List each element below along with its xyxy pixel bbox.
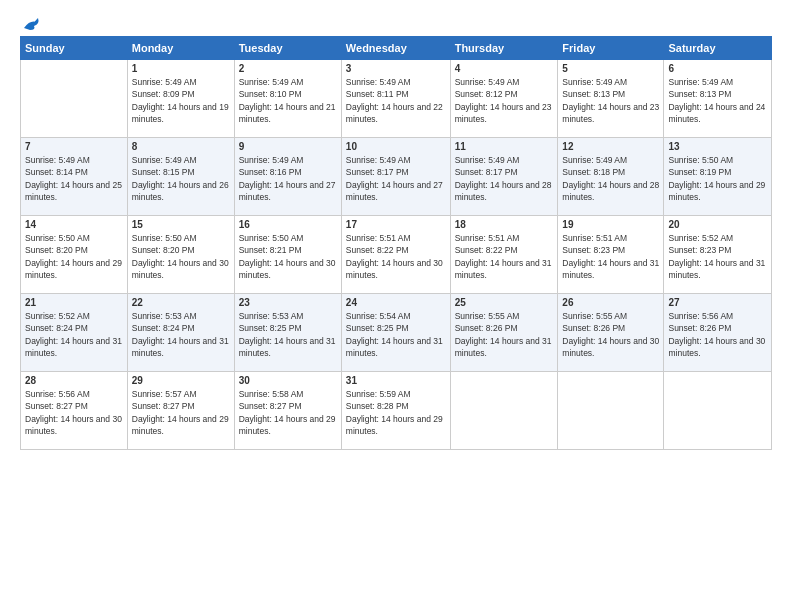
calendar-cell: 1Sunrise: 5:49 AM Sunset: 8:09 PM Daylig… (127, 60, 234, 138)
day-info: Sunrise: 5:56 AM Sunset: 8:26 PM Dayligh… (668, 310, 767, 359)
day-number: 10 (346, 141, 446, 152)
day-number: 14 (25, 219, 123, 230)
calendar-cell: 12Sunrise: 5:49 AM Sunset: 8:18 PM Dayli… (558, 138, 664, 216)
day-info: Sunrise: 5:50 AM Sunset: 8:20 PM Dayligh… (132, 232, 230, 281)
day-number: 3 (346, 63, 446, 74)
day-number: 16 (239, 219, 337, 230)
day-info: Sunrise: 5:50 AM Sunset: 8:21 PM Dayligh… (239, 232, 337, 281)
day-number: 27 (668, 297, 767, 308)
day-number: 20 (668, 219, 767, 230)
calendar-cell: 9Sunrise: 5:49 AM Sunset: 8:16 PM Daylig… (234, 138, 341, 216)
calendar-cell: 3Sunrise: 5:49 AM Sunset: 8:11 PM Daylig… (341, 60, 450, 138)
day-info: Sunrise: 5:52 AM Sunset: 8:23 PM Dayligh… (668, 232, 767, 281)
calendar-cell: 27Sunrise: 5:56 AM Sunset: 8:26 PM Dayli… (664, 294, 772, 372)
day-info: Sunrise: 5:53 AM Sunset: 8:24 PM Dayligh… (132, 310, 230, 359)
calendar-cell: 20Sunrise: 5:52 AM Sunset: 8:23 PM Dayli… (664, 216, 772, 294)
calendar-cell: 25Sunrise: 5:55 AM Sunset: 8:26 PM Dayli… (450, 294, 558, 372)
calendar-cell (664, 372, 772, 450)
day-number: 23 (239, 297, 337, 308)
day-number: 11 (455, 141, 554, 152)
calendar-cell: 2Sunrise: 5:49 AM Sunset: 8:10 PM Daylig… (234, 60, 341, 138)
calendar-cell: 7Sunrise: 5:49 AM Sunset: 8:14 PM Daylig… (21, 138, 128, 216)
day-number: 19 (562, 219, 659, 230)
day-info: Sunrise: 5:51 AM Sunset: 8:23 PM Dayligh… (562, 232, 659, 281)
header-tuesday: Tuesday (234, 37, 341, 60)
day-number: 25 (455, 297, 554, 308)
page-header (20, 16, 772, 28)
day-number: 31 (346, 375, 446, 386)
day-info: Sunrise: 5:53 AM Sunset: 8:25 PM Dayligh… (239, 310, 337, 359)
calendar-cell (21, 60, 128, 138)
day-number: 18 (455, 219, 554, 230)
calendar-cell: 29Sunrise: 5:57 AM Sunset: 8:27 PM Dayli… (127, 372, 234, 450)
day-number: 9 (239, 141, 337, 152)
day-number: 12 (562, 141, 659, 152)
day-info: Sunrise: 5:49 AM Sunset: 8:12 PM Dayligh… (455, 76, 554, 125)
day-number: 24 (346, 297, 446, 308)
day-number: 29 (132, 375, 230, 386)
calendar-cell (558, 372, 664, 450)
day-number: 28 (25, 375, 123, 386)
day-info: Sunrise: 5:49 AM Sunset: 8:11 PM Dayligh… (346, 76, 446, 125)
header-monday: Monday (127, 37, 234, 60)
header-friday: Friday (558, 37, 664, 60)
calendar-cell: 13Sunrise: 5:50 AM Sunset: 8:19 PM Dayli… (664, 138, 772, 216)
day-number: 8 (132, 141, 230, 152)
calendar-cell: 8Sunrise: 5:49 AM Sunset: 8:15 PM Daylig… (127, 138, 234, 216)
calendar-cell: 28Sunrise: 5:56 AM Sunset: 8:27 PM Dayli… (21, 372, 128, 450)
calendar-cell: 23Sunrise: 5:53 AM Sunset: 8:25 PM Dayli… (234, 294, 341, 372)
week-row-1: 1Sunrise: 5:49 AM Sunset: 8:09 PM Daylig… (21, 60, 772, 138)
week-row-2: 7Sunrise: 5:49 AM Sunset: 8:14 PM Daylig… (21, 138, 772, 216)
calendar-cell: 4Sunrise: 5:49 AM Sunset: 8:12 PM Daylig… (450, 60, 558, 138)
day-info: Sunrise: 5:49 AM Sunset: 8:18 PM Dayligh… (562, 154, 659, 203)
calendar-cell: 14Sunrise: 5:50 AM Sunset: 8:20 PM Dayli… (21, 216, 128, 294)
calendar-cell: 11Sunrise: 5:49 AM Sunset: 8:17 PM Dayli… (450, 138, 558, 216)
calendar-table: SundayMondayTuesdayWednesdayThursdayFrid… (20, 36, 772, 450)
calendar-page: SundayMondayTuesdayWednesdayThursdayFrid… (0, 0, 792, 612)
day-info: Sunrise: 5:49 AM Sunset: 8:15 PM Dayligh… (132, 154, 230, 203)
day-info: Sunrise: 5:49 AM Sunset: 8:13 PM Dayligh… (562, 76, 659, 125)
day-number: 26 (562, 297, 659, 308)
calendar-cell: 5Sunrise: 5:49 AM Sunset: 8:13 PM Daylig… (558, 60, 664, 138)
calendar-cell: 31Sunrise: 5:59 AM Sunset: 8:28 PM Dayli… (341, 372, 450, 450)
day-info: Sunrise: 5:56 AM Sunset: 8:27 PM Dayligh… (25, 388, 123, 437)
day-info: Sunrise: 5:49 AM Sunset: 8:17 PM Dayligh… (346, 154, 446, 203)
day-info: Sunrise: 5:51 AM Sunset: 8:22 PM Dayligh… (455, 232, 554, 281)
calendar-cell (450, 372, 558, 450)
header-sunday: Sunday (21, 37, 128, 60)
header-row: SundayMondayTuesdayWednesdayThursdayFrid… (21, 37, 772, 60)
day-number: 6 (668, 63, 767, 74)
calendar-cell: 17Sunrise: 5:51 AM Sunset: 8:22 PM Dayli… (341, 216, 450, 294)
calendar-cell: 30Sunrise: 5:58 AM Sunset: 8:27 PM Dayli… (234, 372, 341, 450)
calendar-cell: 26Sunrise: 5:55 AM Sunset: 8:26 PM Dayli… (558, 294, 664, 372)
day-info: Sunrise: 5:49 AM Sunset: 8:14 PM Dayligh… (25, 154, 123, 203)
calendar-cell: 10Sunrise: 5:49 AM Sunset: 8:17 PM Dayli… (341, 138, 450, 216)
header-wednesday: Wednesday (341, 37, 450, 60)
calendar-cell: 15Sunrise: 5:50 AM Sunset: 8:20 PM Dayli… (127, 216, 234, 294)
day-info: Sunrise: 5:52 AM Sunset: 8:24 PM Dayligh… (25, 310, 123, 359)
day-number: 22 (132, 297, 230, 308)
day-number: 17 (346, 219, 446, 230)
calendar-cell: 6Sunrise: 5:49 AM Sunset: 8:13 PM Daylig… (664, 60, 772, 138)
day-info: Sunrise: 5:49 AM Sunset: 8:13 PM Dayligh… (668, 76, 767, 125)
day-number: 30 (239, 375, 337, 386)
day-number: 21 (25, 297, 123, 308)
logo (20, 16, 42, 28)
day-number: 4 (455, 63, 554, 74)
day-info: Sunrise: 5:59 AM Sunset: 8:28 PM Dayligh… (346, 388, 446, 437)
week-row-5: 28Sunrise: 5:56 AM Sunset: 8:27 PM Dayli… (21, 372, 772, 450)
day-number: 13 (668, 141, 767, 152)
calendar-cell: 21Sunrise: 5:52 AM Sunset: 8:24 PM Dayli… (21, 294, 128, 372)
calendar-cell: 18Sunrise: 5:51 AM Sunset: 8:22 PM Dayli… (450, 216, 558, 294)
day-number: 7 (25, 141, 123, 152)
day-info: Sunrise: 5:51 AM Sunset: 8:22 PM Dayligh… (346, 232, 446, 281)
header-thursday: Thursday (450, 37, 558, 60)
calendar-cell: 16Sunrise: 5:50 AM Sunset: 8:21 PM Dayli… (234, 216, 341, 294)
day-info: Sunrise: 5:49 AM Sunset: 8:09 PM Dayligh… (132, 76, 230, 125)
calendar-cell: 19Sunrise: 5:51 AM Sunset: 8:23 PM Dayli… (558, 216, 664, 294)
day-number: 5 (562, 63, 659, 74)
day-info: Sunrise: 5:50 AM Sunset: 8:20 PM Dayligh… (25, 232, 123, 281)
day-number: 2 (239, 63, 337, 74)
logo-bird-icon (22, 16, 42, 32)
day-info: Sunrise: 5:49 AM Sunset: 8:17 PM Dayligh… (455, 154, 554, 203)
